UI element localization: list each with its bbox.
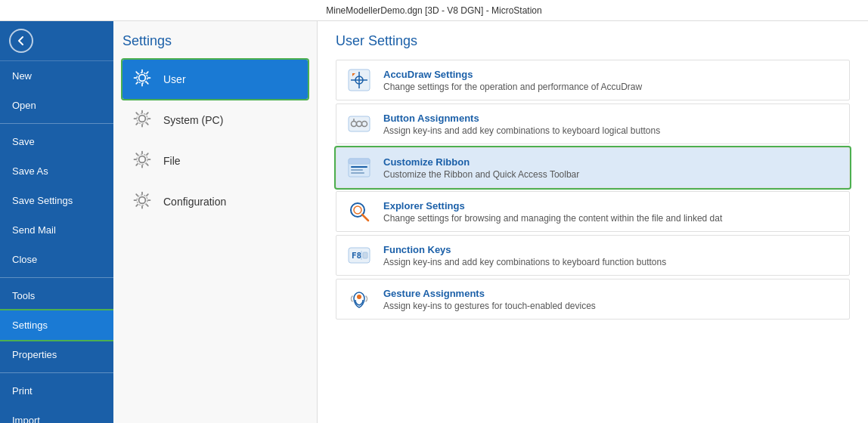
function-keys-title: Function Keys bbox=[383, 244, 666, 255]
svg-text:F8: F8 bbox=[352, 251, 361, 261]
settings-item-system[interactable]: System (PC) bbox=[122, 100, 308, 140]
sidebar-item-open[interactable]: Open bbox=[0, 91, 113, 120]
arrow-left-icon bbox=[16, 36, 26, 46]
user-setting-explorer[interactable]: Explorer Settings Change settings for br… bbox=[336, 191, 850, 232]
user-gear-icon bbox=[132, 67, 156, 91]
svg-point-30 bbox=[357, 295, 361, 299]
button-assignments-desc: Assign key-ins and add key combinations … bbox=[383, 125, 660, 136]
sidebar-item-send-mail[interactable]: Send Mail bbox=[0, 215, 113, 245]
gesture-content: Gesture Assignments Assign key-ins to ge… bbox=[383, 288, 596, 311]
accudraw-desc: Change settings for the operation and pe… bbox=[383, 82, 642, 92]
button-assignments-icon bbox=[346, 110, 373, 137]
user-setting-accudraw[interactable]: AccuDraw Settings Change settings for th… bbox=[336, 60, 850, 100]
accudraw-content: AccuDraw Settings Change settings for th… bbox=[383, 69, 642, 92]
settings-item-user-label: User bbox=[163, 73, 186, 85]
user-setting-customize-ribbon[interactable]: Customize Ribbon Customize the Ribbon an… bbox=[336, 147, 850, 188]
title-text: MineModellerDemo.dgn [3D - V8 DGN] - Mic… bbox=[326, 5, 541, 16]
settings-item-system-label: System (PC) bbox=[163, 114, 223, 126]
explorer-content: Explorer Settings Change settings for br… bbox=[383, 200, 722, 224]
sidebar-item-print[interactable]: Print bbox=[0, 376, 113, 406]
main-layout: New Open Save Save As Save Settings Send… bbox=[0, 21, 868, 423]
sidebar-item-save-settings[interactable]: Save Settings bbox=[0, 186, 113, 215]
back-button[interactable] bbox=[0, 21, 113, 61]
accudraw-title: AccuDraw Settings bbox=[383, 69, 642, 80]
svg-rect-20 bbox=[351, 166, 367, 168]
accudraw-icon bbox=[346, 66, 373, 94]
settings-item-configuration[interactable]: Configuration bbox=[122, 182, 308, 221]
sidebar-item-properties[interactable]: Properties bbox=[0, 340, 113, 369]
sidebar-item-tools[interactable]: Tools bbox=[0, 281, 113, 310]
svg-rect-21 bbox=[351, 169, 363, 171]
settings-item-user[interactable]: User bbox=[122, 60, 308, 99]
sidebar-item-settings[interactable]: Settings bbox=[0, 310, 113, 340]
sidebar-item-close[interactable]: Close bbox=[0, 245, 113, 274]
gesture-title: Gesture Assignments bbox=[383, 288, 596, 299]
divider-1 bbox=[0, 123, 113, 124]
button-assignments-content: Button Assignments Assign key-ins and ad… bbox=[383, 113, 660, 136]
svg-rect-22 bbox=[351, 172, 364, 174]
svg-point-2 bbox=[139, 116, 146, 122]
divider-3 bbox=[0, 372, 113, 373]
settings-item-file-label: File bbox=[163, 155, 181, 167]
settings-title: Settings bbox=[122, 33, 308, 49]
explorer-title: Explorer Settings bbox=[383, 200, 722, 212]
gesture-desc: Assign key-ins to gestures for touch-ena… bbox=[383, 301, 596, 311]
user-setting-gesture-assignments[interactable]: Gesture Assignments Assign key-ins to ge… bbox=[336, 279, 850, 320]
function-keys-icon: F8 bbox=[346, 242, 373, 269]
svg-rect-29 bbox=[363, 252, 367, 258]
customize-ribbon-content: Customize Ribbon Customize the Ribbon an… bbox=[383, 156, 579, 180]
gesture-assignments-icon bbox=[346, 286, 373, 313]
customize-ribbon-icon bbox=[346, 154, 373, 181]
config-gear-icon bbox=[132, 190, 156, 214]
svg-line-24 bbox=[362, 215, 368, 221]
customize-ribbon-desc: Customize the Ribbon and Quick Access To… bbox=[383, 169, 579, 180]
sidebar-item-new[interactable]: New bbox=[0, 61, 113, 91]
svg-point-25 bbox=[354, 206, 361, 214]
button-assignments-title: Button Assignments bbox=[383, 113, 660, 124]
file-gear-icon bbox=[132, 149, 156, 173]
svg-rect-19 bbox=[349, 159, 370, 164]
explorer-desc: Change settings for browsing and managin… bbox=[383, 213, 722, 224]
content-panel: User Settings AccuDraw Settings Change s… bbox=[318, 21, 868, 423]
svg-point-4 bbox=[139, 156, 146, 163]
settings-panel: Settings User System (PC) bbox=[113, 21, 318, 423]
explorer-settings-icon bbox=[346, 198, 373, 225]
sidebar-item-save-as[interactable]: Save As bbox=[0, 156, 113, 186]
function-keys-content: Function Keys Assign key-ins and add key… bbox=[383, 244, 666, 267]
divider-2 bbox=[0, 277, 113, 278]
content-title: User Settings bbox=[336, 33, 850, 49]
function-keys-desc: Assign key-ins and add key combinations … bbox=[383, 257, 666, 267]
customize-ribbon-title: Customize Ribbon bbox=[383, 156, 579, 168]
back-circle-icon[interactable] bbox=[9, 29, 33, 53]
sidebar: New Open Save Save As Save Settings Send… bbox=[0, 21, 113, 423]
title-bar: MineModellerDemo.dgn [3D - V8 DGN] - Mic… bbox=[0, 0, 868, 21]
settings-item-config-label: Configuration bbox=[163, 196, 226, 208]
settings-item-file[interactable]: File bbox=[122, 141, 308, 181]
svg-point-0 bbox=[139, 75, 146, 82]
system-gear-icon bbox=[132, 108, 156, 132]
svg-point-6 bbox=[139, 197, 146, 204]
user-setting-button-assignments[interactable]: Button Assignments Assign key-ins and ad… bbox=[336, 103, 850, 144]
user-setting-function-keys[interactable]: F8 Function Keys Assign key-ins and add … bbox=[336, 235, 850, 276]
sidebar-item-save[interactable]: Save bbox=[0, 127, 113, 156]
sidebar-item-import[interactable]: Import bbox=[0, 406, 113, 423]
